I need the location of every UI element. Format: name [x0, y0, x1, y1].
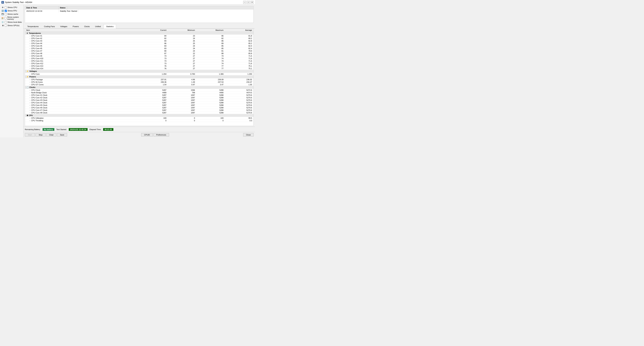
row-maximum: 86 — [196, 35, 225, 37]
close-button[interactable]: ✕ — [250, 1, 254, 4]
row-current: 236.36 — [139, 81, 168, 83]
stress-disks-checkbox[interactable] — [5, 21, 7, 23]
cpuid-button[interactable]: CPUID — [141, 133, 152, 137]
title-bar: A System Stability Test - AIDA64 ─ □ ✕ — [0, 0, 255, 5]
stress-gpu-checkbox[interactable] — [5, 24, 7, 27]
row-current: 73 — [139, 62, 168, 65]
row-maximum: 85 — [196, 47, 225, 50]
row-item: ↔CPU Core #8 Clock — [25, 112, 139, 114]
row-current: 5287 — [139, 89, 168, 91]
table-row: ↔CPU Core #10 73 27 74 71.6 — [25, 57, 254, 60]
right-panel: Date & Time Status 2023/1/22 12:42:34 St… — [24, 5, 255, 137]
col-current: Current — [139, 29, 168, 32]
row-item: ↔CPU Core #3 Clock — [25, 99, 139, 102]
tab-voltages[interactable]: Voltages — [58, 24, 70, 28]
start-button[interactable]: Start — [25, 133, 35, 137]
table-row: ↔CPU Core #2 Clock 5287 1097 5288 5270.6 — [25, 96, 254, 99]
row-minimum: 1097 — [168, 102, 196, 104]
stress-cpu-label[interactable]: Stress CPU — [8, 6, 17, 8]
preferences-button[interactable]: Preferences — [154, 133, 169, 137]
row-average: 78.9 — [225, 50, 254, 52]
row-arrow: ↔ — [29, 107, 31, 109]
memory-stress-icon: 🧮 — [1, 17, 4, 19]
row-current: 0 — [139, 119, 168, 122]
tab-powers[interactable]: Powers — [70, 24, 81, 28]
stress-cache-label[interactable]: Stress cache — [8, 13, 18, 15]
row-maximum: 4490 — [196, 91, 225, 94]
stress-gpu-label[interactable]: Stress GPU(s) — [8, 24, 20, 26]
group-icon: 🖥 — [26, 114, 28, 116]
row-arrow: ↔ — [29, 109, 31, 111]
table-row: ↔CPU Core #1 84 23 86 81.8 — [25, 35, 254, 37]
row-item: ↔CPU Core #9 — [25, 55, 139, 57]
row-current: 4489 — [139, 91, 168, 94]
group-header-powers: ⚡Powers — [25, 75, 254, 78]
row-minimum: 1097 — [168, 109, 196, 112]
row-current: 83 — [139, 47, 168, 50]
stress-cache-checkbox[interactable] — [5, 13, 7, 15]
clear-button[interactable]: Clear — [46, 133, 56, 137]
tab-clocks[interactable]: Clocks — [82, 24, 92, 28]
row-item: ↔CPU Core #7 Clock — [25, 109, 139, 112]
row-item: ↔CPU Core #2 Clock — [25, 96, 139, 99]
row-item: ↔North Bridge Clock — [25, 91, 139, 94]
status-header-cell: Status — [58, 6, 67, 9]
row-arrow: ↔ — [29, 35, 31, 37]
disk-stress-icon: 💿 — [1, 21, 4, 23]
group-label: 🖥CPU — [25, 114, 254, 117]
row-minimum: 1596 — [168, 89, 196, 91]
tab-temperatures[interactable]: Temperatures — [25, 24, 41, 28]
stress-cache-item: 💾 Stress cache — [1, 13, 22, 15]
test-started-value: 2023/1/22 12:42:34 — [69, 128, 88, 131]
row-minimum: 27 — [168, 65, 196, 67]
col-minimum: Minimum — [168, 29, 196, 32]
row-average: 71.6 — [225, 60, 254, 62]
row-minimum: 1097 — [168, 104, 196, 107]
row-arrow: ↔ — [29, 60, 31, 62]
stress-memory-checkbox[interactable] — [4, 17, 6, 19]
tab-cooling-fans[interactable]: Cooling Fans — [42, 24, 57, 28]
stress-disks-label[interactable]: Stress local disks — [8, 21, 22, 23]
stress-fpu-item: 🔢 Stress FPU — [1, 9, 22, 12]
tab-statistics[interactable]: Statistics — [104, 24, 116, 28]
row-current: 76 — [139, 67, 168, 70]
group-label: ⚡Powers — [25, 75, 254, 78]
row-item: ↔CPU Clock — [25, 89, 139, 91]
group-header-cpu: 🖥CPU — [25, 114, 254, 117]
stress-memory-label[interactable]: Stress system memory — [7, 16, 22, 20]
minimize-button[interactable]: ─ — [243, 1, 246, 4]
stop-button[interactable]: Stop — [36, 133, 46, 137]
row-average: 75.1 — [225, 65, 254, 67]
table-row: ↔CPU Utilization 100 0 100 99.5 — [25, 117, 254, 119]
row-arrow: ↔ — [29, 89, 31, 91]
row-item: ↔CPU Package — [25, 78, 139, 81]
row-average: 1.293 — [225, 73, 254, 75]
stress-fpu-label[interactable]: Stress FPU — [8, 10, 17, 12]
row-item: ↔CPU Core #13 — [25, 65, 139, 67]
close-window-button[interactable]: Close — [243, 133, 254, 137]
stress-fpu-checkbox[interactable] — [5, 10, 7, 12]
row-item: ↔CPU GT Cores — [25, 83, 139, 86]
tab-unified[interactable]: Unified — [92, 24, 103, 28]
restore-button[interactable]: □ — [247, 1, 250, 4]
row-current: 84 — [139, 35, 168, 37]
row-minimum: 0 — [168, 117, 196, 119]
row-average: 82.8 — [225, 40, 254, 42]
row-item: ↔CPU Core #5 — [25, 47, 139, 50]
row-current: 5287 — [139, 96, 168, 99]
row-arrow: ↔ — [29, 45, 31, 47]
row-arrow: ↔ — [29, 57, 31, 59]
row-item: ↔CPU Core #11 — [25, 60, 139, 62]
table-row: ↔CPU Core #7 Clock 5287 1097 5288 5270.6 — [25, 109, 254, 112]
stress-cpu-checkbox[interactable] — [5, 6, 7, 8]
row-maximum: 74 — [196, 55, 225, 57]
row-maximum: 237.53 — [196, 81, 225, 83]
date-time-header: Date & Time — [25, 6, 58, 9]
group-header-voltages: ⚡Voltages — [25, 70, 254, 73]
row-maximum: 74 — [196, 57, 225, 60]
save-button[interactable]: Save — [57, 133, 67, 137]
stress-disks-item: 💿 Stress local disks — [1, 21, 22, 23]
row-average: 85.2 — [225, 42, 254, 45]
table-row: ↔North Bridge Clock 4489 798 4490 4474.5 — [25, 91, 254, 94]
row-item: ↔CPU Core #1 — [25, 35, 139, 37]
